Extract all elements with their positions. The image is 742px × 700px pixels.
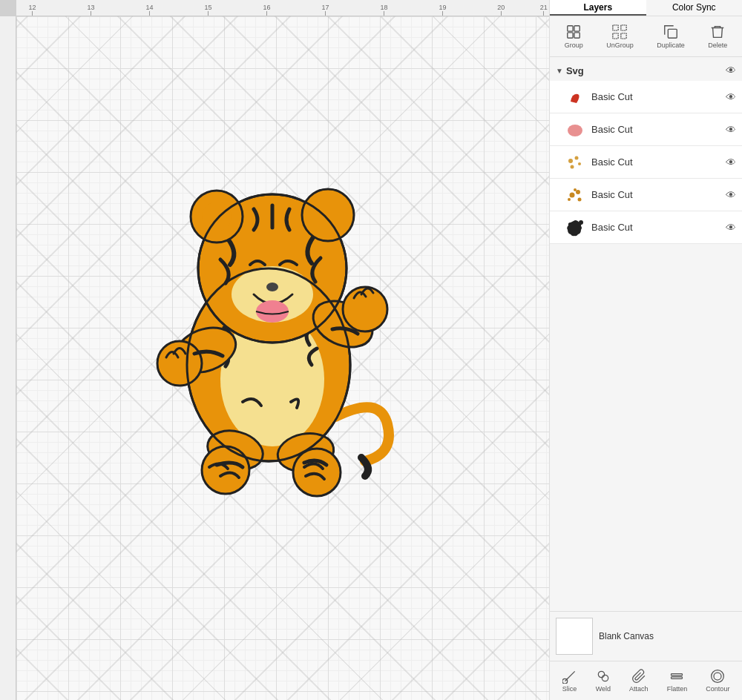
- group-icon: [565, 24, 582, 40]
- ruler-mark-13: 13: [88, 4, 95, 16]
- ruler-mark-12: 12: [29, 4, 36, 16]
- layer-thumb-5: [565, 217, 585, 238]
- layer-item-1[interactable]: Basic Cut 👁: [550, 81, 742, 113]
- layer-eye-3[interactable]: 👁: [726, 156, 736, 168]
- layer-tree[interactable]: ▼ Svg 👁 Basic Cut 👁 Basic Cut 👁: [550, 57, 742, 611]
- bottom-bar: Slice Weld Attach Flatten: [550, 661, 742, 700]
- group-button[interactable]: Group: [560, 21, 588, 52]
- tab-color-sync[interactable]: Color Sync: [646, 0, 743, 16]
- svg-rect-20: [574, 26, 580, 31]
- contour-button[interactable]: Contour: [701, 666, 734, 696]
- panel-tabs: Layers Color Sync: [550, 0, 742, 16]
- svg-rect-23: [613, 25, 618, 30]
- svg-point-12: [343, 287, 387, 331]
- layer-thumb-svg-3: [565, 152, 585, 173]
- svg-rect-19: [568, 26, 573, 31]
- layer-thumb-1: [565, 87, 585, 108]
- svg-point-7: [266, 283, 278, 291]
- svg-point-8: [256, 300, 289, 323]
- ruler-top-inner: 12 13 14 15 16 17 18 19 20 21: [16, 0, 549, 16]
- svg-rect-22: [574, 33, 580, 38]
- tigger-svg: [113, 128, 424, 543]
- layer-toolbar: Group UnGroup Duplicate Delete: [550, 16, 742, 57]
- svg-rect-24: [621, 25, 626, 30]
- svg-group-label: Svg: [566, 65, 584, 76]
- layer-label-2: Basic Cut: [591, 124, 720, 135]
- layer-thumb-svg-1: [565, 87, 585, 108]
- svg-point-37: [574, 188, 577, 191]
- layer-thumb-4: [565, 185, 585, 205]
- layer-label-3: Basic Cut: [591, 156, 720, 168]
- svg-point-5: [302, 189, 354, 241]
- ruler-mark-19: 19: [439, 4, 446, 16]
- layer-thumb-2: [565, 119, 585, 140]
- svg-point-14: [202, 446, 249, 494]
- ruler-mark-20: 20: [497, 4, 505, 16]
- canvas-area: 12 13 14 15 16 17 18 19 20 21: [0, 0, 549, 700]
- layer-item-5[interactable]: Basic Cut 👁: [550, 211, 742, 244]
- attach-button[interactable]: Attach: [625, 666, 653, 696]
- right-panel: Layers Color Sync Group UnGroup: [549, 0, 742, 700]
- svg-eye-icon[interactable]: 👁: [726, 65, 736, 76]
- layer-label-1: Basic Cut: [591, 91, 720, 102]
- weld-icon: [596, 669, 611, 684]
- svg-point-4: [202, 202, 232, 231]
- ruler-mark-17: 17: [321, 4, 329, 16]
- svg-point-16: [293, 449, 341, 496]
- svg-point-39: [598, 671, 604, 677]
- ruler-mark-15: 15: [204, 4, 211, 16]
- svg-point-34: [576, 190, 580, 194]
- svg-rect-27: [668, 29, 677, 38]
- weld-button[interactable]: Weld: [591, 666, 615, 696]
- layer-eye-2[interactable]: 👁: [726, 124, 736, 136]
- svg-point-32: [571, 165, 574, 168]
- layer-item-2[interactable]: Basic Cut 👁: [550, 113, 742, 146]
- svg-point-29: [568, 159, 573, 163]
- flatten-icon: [669, 669, 684, 684]
- layer-thumb-svg-5: [565, 217, 585, 238]
- layer-eye-1[interactable]: 👁: [726, 91, 736, 103]
- svg-group-header[interactable]: ▼ Svg 👁: [556, 63, 736, 78]
- slice-icon: [562, 669, 577, 684]
- delete-icon: [709, 24, 726, 40]
- layer-item-4[interactable]: Basic Cut 👁: [550, 179, 742, 211]
- layer-thumb-svg-4: [565, 185, 585, 205]
- slice-button[interactable]: Slice: [558, 666, 582, 696]
- layer-label-5: Basic Cut: [591, 222, 720, 233]
- layer-thumb-svg-2: [565, 119, 585, 140]
- ruler-top: 12 13 14 15 16 17 18 19 20 21: [16, 0, 549, 16]
- ungroup-button[interactable]: UnGroup: [602, 21, 638, 52]
- svg-point-30: [575, 156, 579, 159]
- tab-layers[interactable]: Layers: [550, 0, 646, 16]
- ruler-mark-14: 14: [145, 4, 153, 16]
- svg-point-36: [568, 198, 571, 201]
- tigger-container: [113, 128, 424, 543]
- canvas-grid[interactable]: [16, 16, 549, 700]
- svg-group: ▼ Svg 👁: [550, 60, 742, 81]
- svg-point-33: [570, 192, 575, 197]
- duplicate-icon: [663, 24, 679, 40]
- layer-label-4: Basic Cut: [591, 189, 720, 200]
- svg-point-35: [578, 197, 582, 201]
- layer-eye-5[interactable]: 👁: [726, 222, 736, 234]
- ruler-mark-16: 16: [263, 4, 270, 16]
- svg-rect-21: [568, 33, 573, 38]
- delete-button[interactable]: Delete: [703, 21, 732, 52]
- blank-canvas-section: Blank Canvas: [550, 611, 742, 661]
- blank-canvas-label: Blank Canvas: [599, 631, 654, 641]
- svg-rect-26: [621, 33, 626, 39]
- ungroup-icon: [611, 24, 628, 40]
- layer-item-3[interactable]: Basic Cut 👁: [550, 146, 742, 179]
- svg-rect-41: [672, 674, 683, 676]
- ruler-left: [0, 16, 16, 700]
- svg-rect-42: [672, 677, 683, 679]
- duplicate-button[interactable]: Duplicate: [652, 21, 689, 52]
- svg-point-40: [602, 675, 608, 681]
- svg-point-31: [578, 162, 581, 165]
- ruler-mark-18: 18: [380, 4, 387, 16]
- chevron-down-icon: ▼: [556, 67, 563, 75]
- flatten-button[interactable]: Flatten: [663, 666, 692, 696]
- svg-rect-25: [613, 33, 618, 39]
- ruler-mark-21: 21: [540, 4, 548, 16]
- layer-eye-4[interactable]: 👁: [726, 189, 736, 201]
